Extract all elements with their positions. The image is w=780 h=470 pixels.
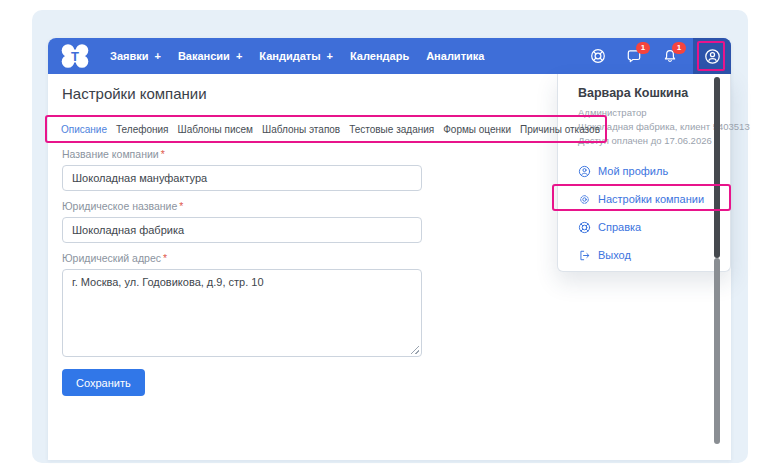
logout-icon: [578, 249, 591, 262]
menu-item-logout[interactable]: Выход: [578, 241, 718, 269]
required-asterisk: *: [161, 148, 165, 160]
lifebuoy-icon: [590, 48, 606, 64]
tab-opisanie[interactable]: Описание: [61, 124, 107, 135]
company-settings-form: Название компании* Юридическое название*…: [62, 148, 422, 396]
support-button[interactable]: [585, 43, 611, 69]
person-circle-icon: [578, 165, 591, 178]
profile-menu-button[interactable]: [693, 38, 731, 74]
notifications-badge: 1: [672, 42, 686, 54]
legal-name-input[interactable]: [62, 217, 422, 243]
legal-address-label: Юридический адрес*: [62, 252, 422, 265]
tab-shablony-pisem[interactable]: Шаблоны писем: [178, 124, 253, 135]
scrollbar-thumb-lower[interactable]: [714, 258, 720, 444]
person-circle-icon: [704, 48, 721, 65]
tab-shablony-etapov[interactable]: Шаблоны этапов: [262, 124, 340, 135]
company-name-input[interactable]: [62, 165, 422, 191]
required-asterisk: *: [179, 200, 183, 212]
top-navbar: Т Заявки+ Вакансии+ Кандидаты+ Календарь…: [48, 38, 731, 74]
tab-prichiny-otkazov[interactable]: Причины отказов: [520, 124, 600, 135]
nav-menu: Заявки+ Вакансии+ Кандидаты+ Календарь А…: [110, 50, 484, 62]
nav-item-zayavki[interactable]: Заявки+: [110, 50, 161, 62]
nav-item-kandidaty[interactable]: Кандидаты+: [259, 50, 333, 62]
legal-address-textarea[interactable]: г. Москва, ул. Годовикова, д.9, стр. 10: [62, 269, 422, 357]
user-menu-items: Мой профиль Настройки компании Справка В…: [578, 157, 718, 269]
menu-item-company-settings[interactable]: Настройки компании: [578, 185, 718, 213]
tab-telefoniya[interactable]: Телефония: [116, 124, 169, 135]
legal-name-label: Юридическое название*: [62, 200, 422, 213]
user-name: Варвара Кошкина: [578, 86, 718, 102]
lifebuoy-icon: [578, 221, 591, 234]
notifications-button[interactable]: 1: [657, 43, 683, 69]
nav-item-kalendar[interactable]: Календарь: [350, 50, 409, 62]
add-request-button[interactable]: +: [154, 50, 160, 62]
legal-address-wrapper: г. Москва, ул. Годовикова, д.9, стр. 10: [62, 269, 422, 357]
tab-formy-ocenki[interactable]: Формы оценки: [443, 124, 511, 135]
nav-right-icons: 1 1: [585, 38, 731, 74]
app-logo[interactable]: Т: [60, 43, 90, 69]
huntflow-logo-icon: Т: [61, 44, 89, 68]
chat-button[interactable]: 1: [621, 43, 647, 69]
page-title: Настройки компании: [62, 85, 207, 102]
scrollbar-thumb-upper[interactable]: [714, 77, 720, 258]
nav-item-analitika[interactable]: Аналитика: [426, 50, 484, 62]
add-vacancy-button[interactable]: +: [236, 50, 242, 62]
tab-testovye-zadaniya[interactable]: Тестовые задания: [349, 124, 434, 135]
menu-item-help[interactable]: Справка: [578, 213, 718, 241]
menu-item-my-profile[interactable]: Мой профиль: [578, 157, 718, 185]
gear-icon: [578, 193, 591, 206]
add-candidate-button[interactable]: +: [327, 50, 333, 62]
tabs-annotation-box: Описание Телефония Шаблоны писем Шаблоны…: [45, 115, 607, 143]
chat-badge: 1: [636, 42, 650, 54]
nav-item-vakansii[interactable]: Вакансии+: [178, 50, 242, 62]
required-asterisk: *: [163, 252, 167, 264]
company-name-label: Название компании*: [62, 148, 422, 161]
user-dropdown: Варвара Кошкина Администратор Шоколадная…: [557, 74, 731, 272]
svg-text:Т: Т: [71, 49, 79, 64]
save-button[interactable]: Сохранить: [62, 369, 145, 396]
